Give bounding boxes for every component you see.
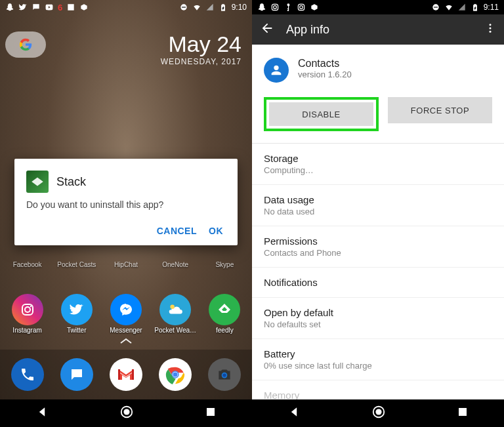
nav-bar <box>252 399 504 427</box>
svg-point-9 <box>173 372 178 376</box>
svg-rect-15 <box>272 4 278 10</box>
nav-recents[interactable] <box>457 406 469 420</box>
camera-app[interactable] <box>208 358 241 391</box>
action-buttons: DISABLE FORCE STOP <box>252 91 504 143</box>
status-left-icons: 6 <box>5 3 89 12</box>
key-icon <box>284 3 293 12</box>
svg-point-4 <box>30 306 31 307</box>
chrome-app[interactable] <box>159 358 192 391</box>
svg-point-16 <box>274 6 277 9</box>
battery-icon <box>471 3 480 12</box>
app-label: Twitter <box>67 327 86 334</box>
app-label: OneNote <box>162 261 188 268</box>
phone-icon <box>20 367 35 382</box>
disable-button[interactable]: DISABLE <box>269 102 373 126</box>
svg-rect-14 <box>207 408 215 416</box>
permissions-item[interactable]: PermissionsContacts and Phone <box>252 226 504 268</box>
snapchat-icon <box>5 3 14 12</box>
force-stop-button[interactable]: FORCE STOP <box>388 97 492 123</box>
svg-rect-20 <box>434 7 438 7</box>
nav-home[interactable] <box>119 405 134 422</box>
app-name: Contacts <box>298 58 352 70</box>
storage-item[interactable]: StorageComputing… <box>252 144 504 185</box>
data-usage-item[interactable]: Data usageNo data used <box>252 185 504 226</box>
nav-home[interactable] <box>371 405 386 422</box>
signal-icon <box>205 3 215 12</box>
more-vert-icon <box>484 22 496 34</box>
app-label: Skype <box>215 261 234 268</box>
messages-app[interactable] <box>60 358 93 391</box>
status-time: 9:10 <box>232 3 247 12</box>
app-label: Pocket Wea… <box>154 327 196 334</box>
chrome-icon <box>164 363 186 386</box>
gmail-icon <box>117 368 135 381</box>
app-label: Pocket Casts <box>57 261 96 268</box>
gmail-app[interactable] <box>110 358 142 391</box>
image-icon <box>66 3 75 12</box>
svg-point-23 <box>490 31 492 33</box>
feedly-icon <box>217 302 232 317</box>
arrow-back-icon <box>260 21 274 35</box>
app-drawer-handle[interactable] <box>119 335 133 347</box>
google-search-pill[interactable] <box>5 31 46 58</box>
dnd-icon <box>431 3 440 12</box>
nav-back[interactable] <box>35 405 49 421</box>
date-widget[interactable]: May 24 WEDNESDAY, 2017 <box>161 31 242 66</box>
notifications-item[interactable]: Notifications <box>252 268 504 298</box>
twitter-icon <box>18 3 28 12</box>
svg-rect-17 <box>298 4 304 10</box>
app-twitter[interactable]: Twitter <box>55 294 98 334</box>
app-weather[interactable]: Pocket Wea… <box>154 294 197 334</box>
snapchat-icon <box>257 3 266 12</box>
app-label: HipChat <box>114 261 138 268</box>
status-time: 9:11 <box>484 3 499 12</box>
box-icon <box>310 3 319 12</box>
phone-app[interactable] <box>11 358 44 391</box>
svg-point-18 <box>300 6 303 9</box>
home-row-1: Facebook Pocket Casts HipChat OneNote Sk… <box>0 261 252 268</box>
nav-back[interactable] <box>287 405 301 421</box>
camera-icon <box>216 366 233 383</box>
svg-point-21 <box>490 24 492 26</box>
open-by-default-item[interactable]: Open by defaultNo defaults set <box>252 298 504 339</box>
svg-point-13 <box>123 409 129 415</box>
box-icon <box>79 3 89 12</box>
twitter-icon <box>69 302 85 317</box>
app-label: Instagram <box>12 327 41 334</box>
status-bar: 6 9:10 <box>0 0 252 14</box>
instagram-icon <box>20 302 35 317</box>
youtube-icon <box>45 3 54 12</box>
status-right-icons: 9:10 <box>179 3 247 12</box>
cancel-button[interactable]: CANCEL <box>157 226 197 236</box>
app-bar-title: App info <box>286 23 472 37</box>
wifi-icon <box>192 3 201 12</box>
uninstall-dialog: Stack Do you want to uninstall this app?… <box>14 159 238 245</box>
svg-point-25 <box>375 409 381 415</box>
date-sub: WEDNESDAY, 2017 <box>161 57 242 66</box>
back-button[interactable] <box>260 21 274 38</box>
app-feedly[interactable]: feedly <box>203 294 246 334</box>
svg-rect-1 <box>182 7 186 7</box>
app-version: version 1.6.20 <box>298 70 352 79</box>
app-label: feedly <box>216 327 234 334</box>
instagram-outline-icon <box>270 3 280 12</box>
app-label: Facebook <box>13 261 42 268</box>
nav-bar <box>0 399 252 427</box>
contacts-app-icon <box>264 58 289 83</box>
ok-button[interactable]: OK <box>209 226 223 236</box>
settings-list[interactable]: StorageComputing… Data usageNo data used… <box>252 143 504 399</box>
battery-item[interactable]: Battery0% use since last full charge <box>252 339 504 380</box>
app-instagram[interactable]: Instagram <box>6 294 49 334</box>
app-label: Messenger <box>110 327 142 334</box>
dock <box>0 350 252 399</box>
stack-app-icon <box>26 171 49 193</box>
svg-point-3 <box>25 307 30 312</box>
status-bar: 9:11 <box>252 0 504 14</box>
weather-icon <box>167 301 184 318</box>
nav-recents[interactable] <box>205 406 217 420</box>
home-screen: 6 9:10 May 24 WEDNESDAY, 2017 Facebook P… <box>0 0 252 427</box>
app-messenger[interactable]: Messenger <box>104 294 148 334</box>
memory-item[interactable]: Memory <box>252 380 504 399</box>
svg-point-5 <box>171 304 175 309</box>
overflow-menu[interactable] <box>484 22 496 37</box>
